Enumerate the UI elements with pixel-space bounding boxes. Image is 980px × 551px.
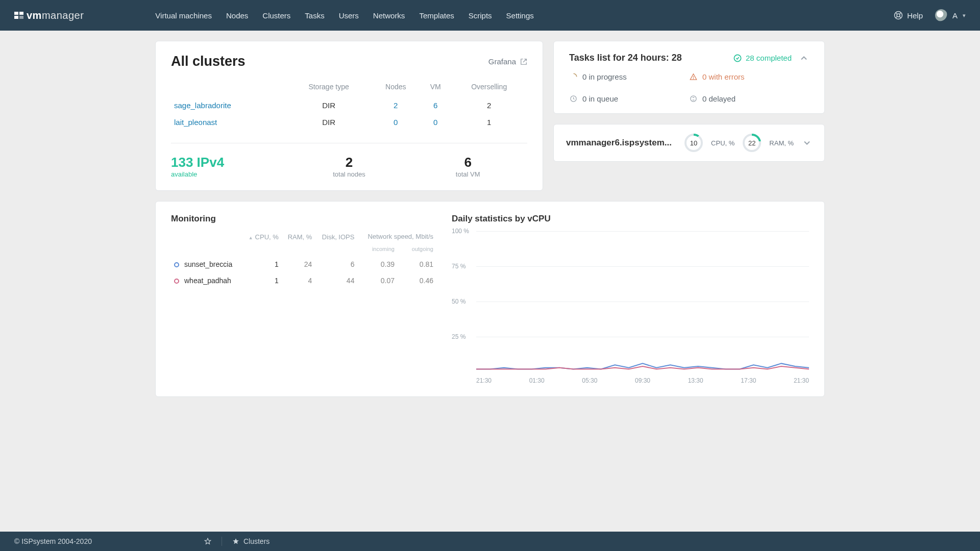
nav-tasks[interactable]: Tasks [305, 11, 324, 20]
nav-networks[interactable]: Networks [373, 11, 405, 20]
help-link[interactable]: Help [894, 11, 923, 20]
logo[interactable]: vmmanager [14, 10, 84, 21]
nav-templates[interactable]: Templates [419, 11, 454, 20]
cpu-label: CPU, % [711, 139, 734, 147]
x-tick: 21:30 [794, 377, 809, 384]
tasks-in-queue: 0 in queue [569, 94, 689, 103]
sort-icon: ▲ [249, 235, 253, 240]
cell-nodes[interactable]: 2 [394, 101, 398, 110]
logo-icon [14, 12, 23, 19]
svg-line-6 [896, 13, 897, 14]
svg-rect-3 [19, 16, 23, 19]
cell-storage: DIR [286, 97, 372, 114]
check-circle-icon [733, 54, 742, 62]
tasks-delayed: 0 delayed [689, 94, 809, 103]
cell-vm[interactable]: 6 [433, 101, 437, 110]
y-tick: 50 % [452, 298, 465, 305]
monitoring-table: ▲CPU, % RAM, % Disk, IOPS Network speed,… [171, 231, 436, 289]
nav-settings[interactable]: Settings [506, 11, 534, 20]
series-dot-icon [174, 262, 179, 267]
help-label: Help [907, 11, 923, 20]
total-nodes-sub: total nodes [290, 170, 409, 178]
svg-rect-2 [14, 16, 18, 19]
svg-line-7 [899, 13, 901, 14]
total-nodes: 2 [290, 155, 409, 170]
svg-line-8 [896, 16, 897, 18]
svg-point-5 [897, 14, 900, 17]
cell-nodes[interactable]: 0 [394, 118, 398, 127]
nav-nodes[interactable]: Nodes [226, 11, 248, 20]
ip-available: 133 IPv4 [171, 155, 290, 170]
clusters-title: All clusters [171, 54, 246, 69]
footer: © ISPsystem 2004-2020 Clusters [0, 532, 980, 551]
table-row: sage_labradorite DIR 2 6 2 [171, 97, 527, 114]
table-row: sunset_breccia 1 24 6 0.39 0.81 [171, 256, 436, 272]
col-oversell: Overselling [451, 79, 527, 97]
monitoring-title: Monitoring [171, 214, 436, 224]
breadcrumb-clusters[interactable]: Clusters [232, 537, 270, 545]
nav-users[interactable]: Users [339, 11, 359, 20]
clusters-table: Storage type Nodes VM Overselling sage_l… [171, 79, 527, 131]
vcpu-chart: 100 %75 %50 %25 %21:3001:3005:3009:3013:… [452, 231, 809, 384]
chart-title: Daily statistics by vCPU [452, 214, 809, 224]
tasks-card: Tasks list for 24 hours: 28 28 completed [553, 41, 825, 114]
x-tick: 17:30 [741, 377, 756, 384]
external-link-icon [520, 58, 527, 65]
total-vm: 6 [408, 155, 527, 170]
x-tick: 13:30 [688, 377, 703, 384]
cell-vm[interactable]: 0 [433, 118, 437, 127]
y-tick: 25 % [452, 333, 465, 340]
svg-rect-1 [19, 12, 23, 15]
grafana-link[interactable]: Grafana [488, 57, 527, 66]
main-nav: Virtual machines Nodes Clusters Tasks Us… [155, 11, 533, 20]
svg-rect-0 [14, 12, 18, 15]
table-row: wheat_padhah 1 4 44 0.07 0.46 [171, 272, 436, 289]
clock-icon [569, 95, 577, 103]
y-tick: 100 % [452, 228, 469, 235]
cluster-link[interactable]: lait_pleonast [174, 118, 217, 127]
x-tick: 05:30 [582, 377, 597, 384]
svg-point-14 [690, 96, 696, 102]
nav-clusters[interactable]: Clusters [262, 11, 290, 20]
separator [222, 537, 222, 546]
help-icon [894, 11, 903, 20]
clusters-stats: 133 IPv4 available 2 total nodes 6 total… [171, 143, 527, 178]
hourglass-icon [689, 95, 697, 103]
monitoring-card: Monitoring ▲CPU, % RAM, % Disk, IOPS Net… [155, 201, 825, 397]
tasks-title: Tasks list for 24 hours: 28 [569, 53, 682, 63]
collapse-icon[interactable] [799, 53, 809, 63]
mon-col-net[interactable]: Network speed, Mbit/s [357, 231, 436, 246]
node-name: vmmanager6.ispsystem... [566, 138, 676, 148]
star-outline-icon[interactable] [204, 538, 211, 545]
grafana-label: Grafana [488, 57, 516, 66]
avatar [935, 9, 947, 21]
y-tick: 75 % [452, 263, 465, 270]
cpu-ring: 10 [684, 134, 703, 152]
expand-icon[interactable] [802, 138, 812, 148]
node-summary-card: vmmanager6.ispsystem... 10 CPU, % 22 RAM… [553, 124, 825, 162]
series-dot-icon [174, 279, 179, 284]
mon-col-net-out: outgoing [398, 246, 436, 256]
mon-col-disk[interactable]: Disk, IOPS [315, 231, 357, 246]
mon-col-cpu[interactable]: ▲CPU, % [242, 231, 282, 246]
topbar: vmmanager Virtual machines Nodes Cluster… [0, 0, 980, 31]
cell-oversell: 1 [451, 114, 527, 131]
cluster-link[interactable]: sage_labradorite [174, 101, 231, 110]
tasks-with-errors: 0 with errors [689, 72, 809, 81]
tasks-in-progress: 0 in progress [569, 72, 689, 81]
tasks-completed: 28 completed [733, 54, 792, 62]
user-menu[interactable]: A ▾ [935, 9, 966, 21]
cell-oversell: 2 [451, 97, 527, 114]
spinner-icon [569, 73, 577, 81]
svg-point-12 [693, 79, 694, 79]
nav-vm[interactable]: Virtual machines [155, 11, 212, 20]
clusters-card: All clusters Grafana Storage type Nodes … [155, 41, 543, 191]
col-storage: Storage type [286, 79, 372, 97]
x-tick: 21:30 [476, 377, 492, 384]
col-nodes: Nodes [371, 79, 420, 97]
logo-light: manager [42, 10, 84, 21]
nav-scripts[interactable]: Scripts [469, 11, 492, 20]
warning-icon [689, 73, 697, 81]
logo-bold: vm [27, 10, 42, 21]
mon-col-ram[interactable]: RAM, % [282, 231, 315, 246]
